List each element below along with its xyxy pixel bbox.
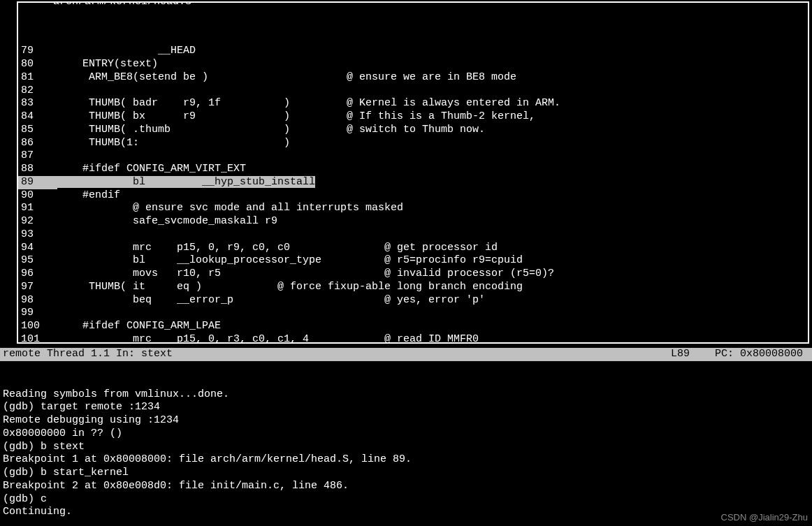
status-thread: remote Thread 1.1 In: stext — [3, 348, 671, 361]
source-line[interactable]: 79 __HEAD — [18, 45, 808, 58]
source-line[interactable]: 98 beq __error_p @ yes, error 'p' — [18, 294, 808, 307]
line-number: 85 — [18, 124, 57, 137]
source-line[interactable]: 99 — [18, 307, 808, 320]
source-line[interactable]: 92 safe_svcmode_maskall r9 — [18, 215, 808, 228]
line-number: 97 — [18, 281, 57, 294]
line-text: THUMB( .thumb ) @ switch to Thumb now. — [57, 124, 485, 136]
breakpoint-marker-icon: B+> — [17, 176, 19, 189]
line-number: 79 — [18, 45, 57, 58]
line-number: 82 — [18, 85, 57, 98]
console-line: Remote debugging using :1234 — [3, 414, 809, 428]
line-text: #ifdef CONFIG_ARM_VIRT_EXT — [57, 163, 246, 175]
line-number: 98 — [18, 294, 57, 307]
source-line[interactable]: 90 #endif — [18, 189, 808, 203]
line-text: THUMB( it eq ) @ force fixup-able long b… — [57, 281, 523, 293]
line-number: 84 — [18, 110, 57, 124]
line-text: ENTRY(stext) — [57, 58, 158, 70]
line-text: mrc p15, 0, r9, c0, c0 @ get processor i… — [57, 242, 498, 254]
source-line[interactable]: 95 bl __lookup_processor_type @ r5=proci… — [18, 254, 808, 268]
console-line: (gdb) b stext — [3, 441, 809, 454]
source-line[interactable]: 81 ARM_BE8(setend be ) @ ensure we are i… — [18, 71, 808, 85]
line-number: 88 — [18, 163, 57, 176]
console-line: Breakpoint 2 at 0x80e008d0: file init/ma… — [3, 480, 809, 493]
status-bar: remote Thread 1.1 In: stext L89 PC: 0x80… — [0, 348, 812, 361]
line-text: THUMB( badr r9, 1f ) @ Kernel is always … — [57, 97, 560, 109]
source-file-title: arch/arm/kernel/head.S — [52, 1, 193, 9]
line-text: #ifdef CONFIG_ARM_LPAE — [57, 320, 221, 332]
line-text: @ ensure svc mode and all interrupts mas… — [57, 202, 403, 214]
line-text: __HEAD — [57, 45, 196, 57]
line-number: 95 — [18, 254, 57, 268]
line-number: 100 — [18, 320, 57, 333]
source-line[interactable]: 96 movs r10, r5 @ invalid processor (r5=… — [18, 268, 808, 281]
line-number: 83 — [18, 97, 57, 110]
source-line[interactable]: 94 mrc p15, 0, r9, c0, c0 @ get processo… — [18, 242, 808, 255]
gdb-console[interactable]: Reading symbols from vmlinux...done.(gdb… — [0, 362, 812, 526]
source-line[interactable]: 93 — [18, 228, 808, 242]
console-line: (gdb) b start_kernel — [3, 467, 809, 480]
source-line[interactable]: 83 THUMB( badr r9, 1f ) @ Kernel is alwa… — [18, 97, 808, 110]
line-number: 93 — [18, 228, 57, 242]
line-text: safe_svcmode_maskall r9 — [57, 215, 277, 227]
source-line[interactable]: 88 #ifdef CONFIG_ARM_VIRT_EXT — [18, 163, 808, 176]
line-text: mrc p15, 0, r3, c0, c1, 4 @ read ID_MMFR… — [57, 333, 479, 344]
line-text: movs r10, r5 @ invalid processor (r5=0)? — [57, 268, 554, 279]
source-line[interactable]: B+>89 bl __hyp_stub_install — [18, 176, 808, 189]
console-line: Reading symbols from vmlinux...done. — [3, 388, 809, 402]
line-text: bl __lookup_processor_type @ r5=procinfo… — [57, 254, 523, 266]
line-number: 89 — [18, 176, 57, 189]
line-text: bl __hyp_stub_install — [57, 176, 315, 188]
line-text: ARM_BE8(setend be ) @ ensure we are in B… — [57, 71, 516, 83]
source-code[interactable]: 79 __HEAD80 ENTRY(stext)81 ARM_BE8(seten… — [18, 45, 808, 344]
console-line: Breakpoint 1 at 0x80008000: file arch/ar… — [3, 453, 809, 467]
source-line[interactable]: 82 — [18, 85, 808, 98]
line-number: 86 — [18, 137, 57, 150]
line-text: #endif — [57, 189, 120, 201]
source-line[interactable]: 97 THUMB( it eq ) @ force fixup-able lon… — [18, 281, 808, 294]
console-line: 0x80000000 in ?? () — [3, 428, 809, 441]
status-location: L89 PC: 0x80008000 — [671, 348, 809, 361]
console-line: (gdb) c — [3, 493, 809, 506]
line-number: 92 — [18, 215, 57, 228]
source-line[interactable]: 85 THUMB( .thumb ) @ switch to Thumb now… — [18, 124, 808, 137]
source-line[interactable]: 101 mrc p15, 0, r3, c0, c1, 4 @ read ID_… — [18, 333, 808, 344]
console-line: (gdb) target remote :1234 — [3, 401, 809, 414]
line-number: 101 — [18, 333, 57, 344]
line-text: THUMB(1: ) — [57, 137, 290, 149]
watermark: CSDN @Jialin29-Zhu — [721, 512, 808, 523]
line-number: 91 — [18, 202, 57, 215]
source-line[interactable]: 100 #ifdef CONFIG_ARM_LPAE — [18, 320, 808, 333]
line-text: THUMB( bx r9 ) @ If this is a Thumb-2 ke… — [57, 110, 535, 122]
line-number: 94 — [18, 242, 57, 255]
source-line[interactable]: 84 THUMB( bx r9 ) @ If this is a Thumb-2… — [18, 110, 808, 124]
line-number: 80 — [18, 58, 57, 71]
console-line: Continuing. — [3, 506, 809, 519]
source-line[interactable]: 91 @ ensure svc mode and all interrupts … — [18, 202, 808, 215]
console-line — [3, 519, 809, 526]
source-line[interactable]: 80 ENTRY(stext) — [18, 58, 808, 71]
source-line[interactable]: 86 THUMB(1: ) — [18, 137, 808, 150]
source-line[interactable]: 87 — [18, 149, 808, 163]
line-text: beq __error_p @ yes, error 'p' — [57, 294, 485, 306]
line-number: 81 — [18, 71, 57, 85]
line-number: 87 — [18, 149, 57, 163]
line-number: 90 — [18, 189, 57, 203]
line-number: 99 — [18, 307, 57, 320]
source-pane: arch/arm/kernel/head.S 79 __HEAD80 ENTRY… — [17, 1, 809, 344]
console-output: Reading symbols from vmlinux...done.(gdb… — [3, 388, 809, 527]
line-number: 96 — [18, 268, 57, 281]
